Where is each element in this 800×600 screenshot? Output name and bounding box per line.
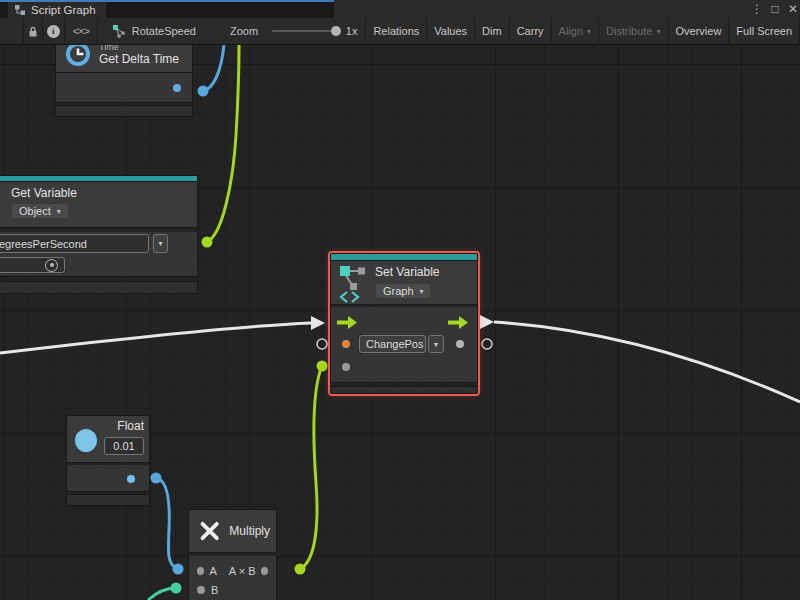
node-set-variable[interactable]: Set Variable Graph ▾	[330, 253, 478, 394]
align-button[interactable]: Align ▾	[552, 18, 599, 45]
code-xml-icon: <×>	[73, 25, 89, 37]
carry-button[interactable]: Carry	[510, 18, 552, 45]
target-object-field[interactable]: This	[0, 257, 65, 273]
graph-canvas[interactable]: Time Get Delta Time Get Variable Object …	[0, 45, 800, 600]
wire-get-variable[interactable]	[207, 45, 239, 242]
clock-icon	[64, 45, 92, 68]
set-variable-icon	[339, 265, 367, 303]
code-view-button[interactable]: <×>	[65, 18, 98, 45]
variable-name-dropdown[interactable]: ▾	[153, 234, 168, 253]
chevron-down-icon: ▾	[420, 287, 424, 296]
variable-name-field[interactable]: ChangePos	[359, 335, 426, 353]
float-output-port[interactable]	[127, 475, 135, 483]
wire-end-dot	[173, 564, 184, 575]
info-button[interactable]: i	[43, 18, 65, 45]
distribute-button[interactable]: Distribute ▾	[599, 18, 668, 45]
wire-flow-in[interactable]	[0, 323, 311, 353]
toolbar-buttons: Relations Values Dim Carry Align ▾ Distr…	[365, 18, 800, 45]
maximize-icon[interactable]: □	[766, 2, 784, 16]
wire-multiply-to-setvariable[interactable]	[300, 366, 322, 569]
variable-name-port[interactable]	[342, 340, 350, 348]
node-footer	[55, 105, 193, 117]
variable-name-dropdown[interactable]: ▾	[428, 335, 444, 353]
node-title: Get Delta Time	[99, 52, 179, 66]
window-controls: ⋮ □ ✕	[748, 0, 800, 18]
variable-name-field[interactable]: RotationDegreesPerSecond	[0, 234, 149, 253]
multiply-input-a-port[interactable]	[197, 567, 204, 575]
chevron-down-icon: ▾	[587, 27, 591, 36]
script-graph-icon	[14, 4, 26, 16]
port-label-result: A × B	[229, 565, 256, 577]
wire-end-dot	[295, 564, 306, 575]
node-category: Time	[99, 45, 179, 52]
value-output-port[interactable]	[456, 340, 464, 348]
zoom-slider[interactable]	[272, 30, 336, 32]
variable-scope-dropdown[interactable]: Graph ▾	[375, 283, 431, 299]
node-get-delta-time[interactable]: Time Get Delta Time	[55, 45, 193, 117]
graph-breadcrumb[interactable]: RotateSpeed	[112, 24, 196, 38]
lock-icon	[27, 25, 39, 38]
tab-bar: Script Graph ⋮ □ ✕	[0, 0, 800, 18]
flow-output-arrow[interactable]	[448, 316, 469, 329]
wire-flow-out[interactable]	[494, 322, 800, 402]
chevron-down-icon: ▾	[434, 340, 438, 349]
port-label-b: B	[211, 584, 218, 596]
multiply-icon	[198, 518, 221, 544]
variable-scope-dropdown[interactable]: Object ▾	[11, 203, 69, 219]
value-endpoint-right[interactable]	[482, 339, 492, 349]
full-screen-button[interactable]: Full Screen	[729, 18, 800, 45]
zoom-value: 1x	[346, 25, 358, 37]
variable-color-bar	[330, 253, 478, 260]
wire-end-dot	[317, 361, 328, 372]
node-title: Get Variable	[11, 186, 189, 200]
zoom-label: Zoom	[230, 25, 258, 37]
flow-in-arrowhead	[311, 316, 325, 330]
graph-name: RotateSpeed	[132, 25, 196, 37]
object-picker-icon[interactable]	[45, 259, 58, 272]
delta-time-port-dot[interactable]	[173, 84, 181, 92]
wire-end-dot	[202, 237, 213, 248]
port-label-a: A	[210, 565, 217, 577]
tab-script-graph[interactable]: Script Graph	[8, 2, 106, 18]
node-title: Set Variable	[375, 265, 439, 279]
node-float[interactable]: Float 0.01	[66, 415, 150, 506]
flow-input-arrow[interactable]	[337, 316, 358, 329]
close-icon[interactable]: ✕	[784, 2, 800, 16]
node-title: Float	[104, 419, 144, 433]
menu-icon[interactable]: ⋮	[748, 2, 766, 16]
wire-delta-time[interactable]	[203, 45, 224, 91]
multiply-output-port[interactable]	[261, 567, 268, 575]
wire-end-dot	[171, 583, 182, 594]
node-title: Multiply	[229, 524, 270, 538]
graph-node-icon	[112, 24, 126, 38]
node-footer	[66, 494, 150, 506]
values-button[interactable]: Values	[427, 18, 475, 45]
script-graph-window: Script Graph ⋮ □ ✕ i <×>	[0, 0, 800, 600]
zoom-slider-handle[interactable]	[331, 26, 341, 36]
chevron-down-icon: ▾	[158, 239, 162, 248]
wire-float-to-multiply[interactable]	[156, 478, 178, 569]
overview-button[interactable]: Overview	[669, 18, 730, 45]
wire-end-dot	[198, 86, 209, 97]
node-footer	[330, 386, 478, 394]
multiply-input-b-port[interactable]	[197, 586, 205, 594]
chevron-down-icon: ▾	[657, 27, 661, 36]
node-get-variable[interactable]: Get Variable Object ▾ RotationDegreesPer…	[0, 175, 198, 294]
dim-button[interactable]: Dim	[475, 18, 510, 45]
lock-button[interactable]	[23, 18, 43, 45]
info-icon: i	[47, 25, 60, 38]
tab-title: Script Graph	[31, 4, 96, 16]
value-input-port[interactable]	[342, 363, 350, 371]
flow-out-arrowhead	[480, 315, 494, 329]
float-icon	[75, 429, 97, 452]
float-value-field[interactable]: 0.01	[104, 437, 144, 455]
node-footer	[0, 281, 198, 294]
relations-button[interactable]: Relations	[366, 18, 427, 45]
wire-end-dot	[151, 473, 162, 484]
graph-toolbar: i <×> RotateSpeed Zoom 1x Relations Valu…	[0, 18, 800, 45]
value-endpoint-left[interactable]	[317, 339, 327, 349]
node-multiply[interactable]: Multiply A A × B B	[188, 509, 277, 600]
chevron-down-icon: ▾	[57, 207, 61, 216]
